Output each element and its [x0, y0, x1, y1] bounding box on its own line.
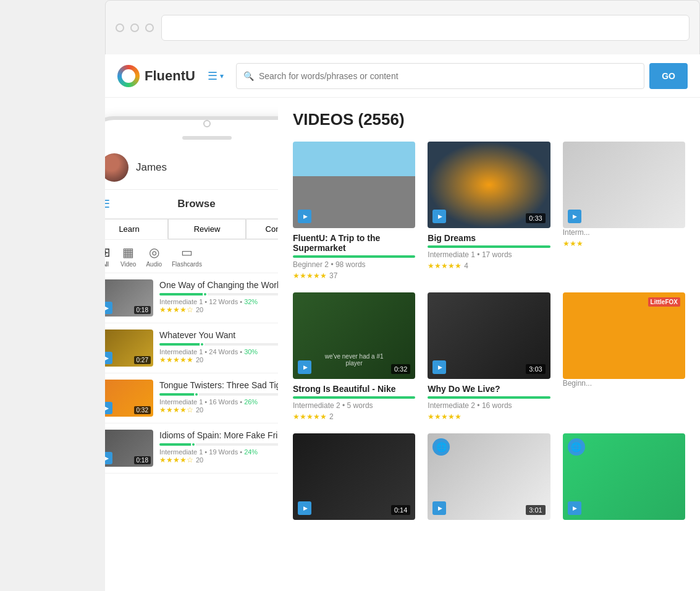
browser-dot-3	[145, 23, 154, 32]
filter-all[interactable]: ⊞ All	[105, 245, 111, 268]
video-info-2: Whatever You Want Intermediate 1 • 24 Wo…	[159, 330, 278, 364]
stars-row-2: ★★★★★ 20	[159, 355, 278, 364]
card-time-4: 0:32	[391, 364, 410, 374]
card-stars-row-1: ★★★★★ 37	[293, 271, 415, 280]
browser-dot-2	[130, 23, 139, 32]
time-badge-3: 0:32	[134, 406, 151, 414]
card-thumb-row3-3: 🌐 ▶	[563, 433, 685, 520]
stars-4: ★★★★☆	[159, 456, 193, 464]
search-area: 🔍 GO	[236, 63, 688, 89]
time-badge-1: 0:18	[134, 306, 151, 314]
phone-hamburger-icon[interactable]: ☰	[105, 197, 110, 211]
play-button-1[interactable]: ▶	[105, 302, 112, 314]
card-globe-icon-2: 🌐	[432, 438, 450, 456]
search-input[interactable]	[236, 63, 644, 89]
stars-2: ★★★★★	[159, 355, 193, 364]
rating-1: 20	[196, 306, 203, 313]
video-thumbnail-4: ▶ 0:18	[105, 430, 153, 467]
card-play-arrow-7: ▶	[303, 505, 308, 511]
logo-text: FluentU	[145, 68, 195, 84]
avatar	[105, 153, 129, 182]
card-time-8: 3:01	[526, 505, 545, 515]
card-play-btn-2: ▶	[432, 210, 446, 223]
card-stars-5: ★★★★★	[428, 412, 462, 421]
card-play-btn-3: ▶	[568, 210, 581, 223]
go-button[interactable]: GO	[649, 63, 688, 89]
card-meta-5: Intermediate 2 • 16 words	[428, 401, 550, 410]
hamburger-chevron: ▾	[220, 72, 224, 80]
video-thumbnail-3: ▶ 0:32	[105, 380, 153, 417]
videos-title: VIDEOS (2556)	[293, 110, 685, 129]
card-play-arrow-3: ▶	[573, 213, 577, 219]
card-play-arrow-8: ▶	[438, 505, 442, 511]
card-stars-row-2: ★★★★★ 4	[428, 261, 550, 270]
browser-addressbar[interactable]	[161, 15, 689, 41]
video-info-1: One Way of Changing the World Intermedia…	[159, 279, 278, 314]
filter-video[interactable]: ▦ Video	[120, 245, 136, 268]
card-count-4: 2	[329, 412, 334, 421]
video-card-whylive[interactable]: ▶ 3:03 Why Do We Live? Intermediate 2 • …	[428, 292, 550, 421]
video-grid: ▶ FluentU: A Trip to the Supermarket Beg…	[293, 142, 685, 520]
stars-row-3: ★★★★☆ 20	[159, 406, 278, 414]
search-icon: 🔍	[243, 71, 254, 81]
card-level-bar-4	[293, 396, 415, 399]
video-card-row3-1[interactable]: ▶ 0:14	[293, 433, 415, 520]
video-card-partial-1[interactable]: ▶ Interm... ★★★	[563, 142, 685, 280]
card-time-5: 3:03	[526, 364, 545, 374]
card-title-4: Strong Is Beautiful - Nike	[293, 384, 415, 394]
card-title-1: FluentU: A Trip to the Supermarket	[293, 233, 415, 253]
card-meta-4: Intermediate 2 • 5 words	[293, 401, 415, 410]
video-card-supermarket[interactable]: ▶ FluentU: A Trip to the Supermarket Beg…	[293, 142, 415, 280]
card-count-2: 4	[464, 261, 468, 270]
progress-fill-4	[159, 443, 193, 446]
card-play-btn-1: ▶	[298, 210, 311, 223]
card-thumb-row3-1: ▶ 0:14	[293, 433, 415, 520]
audio-icon: ◎	[149, 245, 159, 260]
video-card-nike[interactable]: ▶ 0:32 we've never had a #1 player Stron…	[293, 292, 415, 421]
play-button-2[interactable]: ▶	[105, 352, 112, 364]
list-item[interactable]: ▶ 0:18 One Way of Changing the World Int…	[105, 273, 278, 323]
card-stars-row-3: ★★★	[563, 239, 685, 248]
card-meta-3: Interm...	[563, 228, 685, 237]
phone-tab-bar: Learn Review Completed	[105, 219, 278, 240]
progress-bar-1	[159, 293, 278, 296]
video-card-row3-3[interactable]: 🌐 ▶	[563, 433, 685, 520]
list-item[interactable]: ▶ 0:32 Tongue Twisters: Three Sad Tigers…	[105, 373, 278, 423]
list-item[interactable]: ▶ 0:27 Whatever You Want Intermediate 1 …	[105, 323, 278, 373]
stars-3: ★★★★☆	[159, 406, 193, 414]
profile-name: James	[136, 161, 167, 174]
video-card-partial-2[interactable]: LittleFOX Beginn...	[563, 292, 685, 421]
tab-completed[interactable]: Completed	[246, 219, 278, 239]
play-button-3[interactable]: ▶	[105, 402, 112, 414]
filter-flashcards[interactable]: ▭ Flashcards	[172, 245, 202, 268]
filter-audio[interactable]: ◎ Audio	[146, 245, 162, 268]
browser-chrome	[105, 0, 700, 56]
filter-all-label: All	[105, 261, 109, 268]
video-card-row3-2[interactable]: 🌐 ▶ 3:01	[428, 433, 550, 520]
card-stars-4: ★★★★★	[293, 412, 327, 421]
hamburger-button[interactable]: ☰ ▾	[208, 69, 224, 83]
tab-learn[interactable]: Learn	[105, 219, 168, 239]
progress-bar-4	[159, 443, 278, 446]
card-play-arrow-2: ▶	[438, 213, 442, 219]
tab-review[interactable]: Review	[168, 219, 246, 239]
video-card-bigdreams[interactable]: ▶ 0:33 Big Dreams Intermediate 1 • 17 wo…	[428, 142, 550, 280]
phone-camera	[203, 120, 211, 127]
card-stars-row-4: ★★★★★ 2	[293, 412, 415, 421]
play-button-4[interactable]: ▶	[105, 452, 112, 464]
rating-3: 20	[196, 406, 203, 414]
card-thumb-bigdreams: ▶ 0:33	[428, 142, 550, 228]
phone-profile: James ›	[105, 146, 278, 190]
filter-video-label: Video	[120, 261, 136, 268]
play-arrow-icon: ▶	[105, 456, 109, 461]
filter-audio-label: Audio	[146, 261, 162, 268]
card-badge-6: LittleFOX	[648, 297, 680, 307]
progress-bar-2	[159, 343, 278, 346]
phone-speaker	[182, 136, 232, 140]
list-item[interactable]: ▶ 0:18 Idioms of Spain: More Fake Friend…	[105, 423, 278, 474]
phone-browse-header: ☰ Browse 🔍 ⚙	[105, 190, 278, 219]
card-stars-1: ★★★★★	[293, 271, 327, 280]
card-meta-6: Beginn...	[563, 379, 685, 388]
grid-icon: ⊞	[105, 245, 111, 260]
video-info-3: Tongue Twisters: Three Sad Tigers Interm…	[159, 380, 278, 414]
